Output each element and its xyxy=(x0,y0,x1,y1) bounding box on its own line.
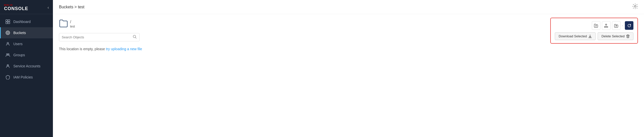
service-accounts-icon xyxy=(5,64,10,69)
svg-point-11 xyxy=(634,6,636,7)
folder-icon xyxy=(59,19,68,30)
upload-folder-button[interactable] xyxy=(612,21,621,30)
sidebar-item-label: Groups xyxy=(13,53,25,57)
svg-rect-1 xyxy=(8,20,10,21)
delete-selected-label: Delete Selected xyxy=(601,34,625,38)
sidebar-item-label: Buckets xyxy=(13,31,26,35)
separator: · xyxy=(622,23,623,28)
download-selected-button[interactable]: Download Selected xyxy=(555,32,596,40)
svg-rect-2 xyxy=(6,22,8,24)
svg-rect-0 xyxy=(6,20,8,21)
svg-point-5 xyxy=(7,32,9,34)
logo-console: CONSOLE xyxy=(4,6,28,11)
svg-line-13 xyxy=(136,38,137,39)
folder-slash: / xyxy=(70,19,75,25)
create-folder-button[interactable] xyxy=(592,21,600,30)
sidebar-item-label: IAM Policies xyxy=(13,75,33,79)
folder-info: / test xyxy=(70,19,75,29)
sidebar: MIN·IO CONSOLE ‹ Dashboard Buckets Users xyxy=(0,0,53,137)
sidebar-item-label: Users xyxy=(13,42,23,46)
download-selected-label: Download Selected xyxy=(559,34,587,38)
users-icon xyxy=(5,41,10,46)
content-area: / test This location is empty, please tr… xyxy=(53,14,644,137)
folder-name: test xyxy=(70,25,75,29)
action-panel: · Download Selected Delete Selected xyxy=(550,18,638,44)
sidebar-item-label: Service Accounts xyxy=(13,64,40,68)
sidebar-nav: Dashboard Buckets Users Groups Service A… xyxy=(0,14,53,137)
breadcrumb: Buckets > test xyxy=(59,5,84,9)
main-content: Buckets > test / test xyxy=(53,0,644,137)
sidebar-collapse-button[interactable]: ‹ xyxy=(48,5,49,10)
upload-button[interactable] xyxy=(602,21,610,30)
dashboard-icon xyxy=(5,19,10,24)
logo: MIN·IO CONSOLE xyxy=(4,4,28,11)
refresh-button[interactable] xyxy=(625,21,633,30)
svg-point-8 xyxy=(8,54,9,55)
search-container xyxy=(59,33,140,41)
empty-message: This location is empty, please try uploa… xyxy=(59,47,638,51)
settings-button[interactable] xyxy=(632,4,638,10)
buckets-icon xyxy=(5,30,10,35)
iam-policies-icon xyxy=(5,75,10,80)
sidebar-item-iam-policies[interactable]: IAM Policies xyxy=(0,72,53,83)
svg-point-7 xyxy=(7,54,8,55)
svg-point-4 xyxy=(6,31,10,35)
upload-link[interactable]: try uploading a new file xyxy=(106,47,142,51)
empty-text-before: This location is empty, please xyxy=(59,47,106,51)
svg-rect-16 xyxy=(604,26,608,28)
search-icon xyxy=(133,35,137,40)
sidebar-item-service-accounts[interactable]: Service Accounts xyxy=(0,61,53,72)
icon-buttons-row: · xyxy=(592,21,633,30)
sidebar-header: MIN·IO CONSOLE ‹ xyxy=(0,0,53,14)
sidebar-item-dashboard[interactable]: Dashboard xyxy=(0,16,53,27)
svg-rect-3 xyxy=(8,22,10,24)
sidebar-item-groups[interactable]: Groups xyxy=(0,49,53,61)
action-buttons-row: Download Selected Delete Selected xyxy=(555,32,633,40)
svg-point-6 xyxy=(7,42,9,44)
sidebar-item-label: Dashboard xyxy=(13,20,31,24)
svg-point-10 xyxy=(8,65,8,66)
top-bar: Buckets > test xyxy=(53,0,644,14)
sidebar-item-buckets[interactable]: Buckets xyxy=(0,27,53,38)
sidebar-item-users[interactable]: Users xyxy=(0,38,53,49)
delete-selected-button[interactable]: Delete Selected xyxy=(598,32,633,40)
search-input[interactable] xyxy=(62,35,133,39)
groups-icon xyxy=(5,52,10,58)
